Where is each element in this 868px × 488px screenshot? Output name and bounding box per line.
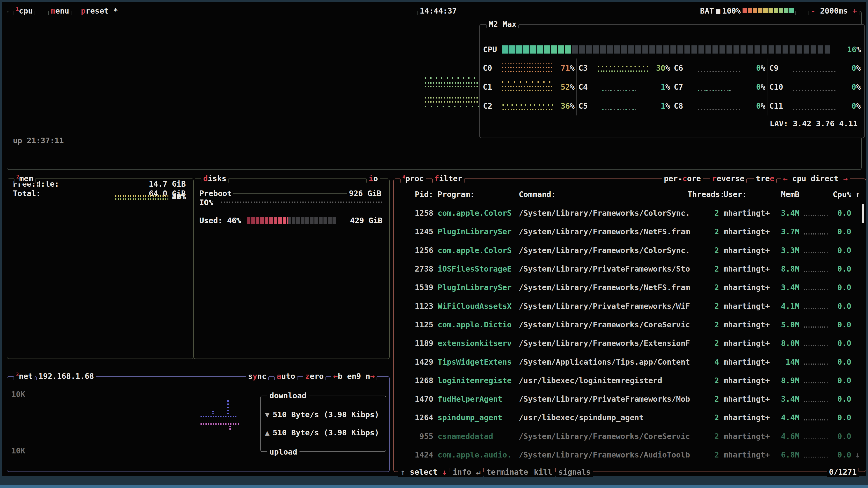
mem-row-percent: 23% — [172, 192, 186, 201]
col-cpu[interactable]: Cpu% — [828, 190, 851, 199]
process-row[interactable]: 1245 PlugInLibrarySer /System/Library/Fr… — [394, 222, 866, 241]
process-row[interactable]: 1256 com.apple.ColorS /System/Library/Fr… — [394, 241, 866, 260]
col-mem[interactable]: MemB — [765, 190, 800, 199]
sort-prev-icon[interactable]: ← — [783, 174, 787, 183]
net-sync-button[interactable]: sync — [246, 371, 269, 381]
signals-button[interactable]: signals — [556, 467, 593, 477]
process-row[interactable]: 1268 loginitemregiste /usr/libexec/login… — [394, 371, 866, 390]
core-usage-graph — [693, 61, 744, 75]
tab-mem[interactable]: 2mem — [14, 173, 35, 184]
process-pid: 1539 — [398, 283, 433, 292]
core-row: C11 0% — [767, 96, 863, 116]
net-interface-switcher[interactable]: ←b en9 n→ — [331, 371, 377, 381]
load-average: LAV: 3.42 3.76 4.11 — [770, 119, 858, 128]
info-button[interactable]: info ↵ — [450, 467, 483, 477]
col-pid[interactable]: Pid: — [398, 190, 433, 199]
process-command: /System/Library/Frameworks/NetFS.fram — [519, 283, 704, 292]
process-row[interactable]: 1123 WiFiCloudAssetsX /System/Library/Pr… — [394, 297, 866, 315]
tab-disks[interactable]: disks — [201, 173, 228, 184]
core-name: C3 — [579, 64, 598, 72]
process-threads: 2 — [688, 320, 719, 329]
tab-net[interactable]: 3net — [13, 371, 35, 381]
process-mem: 14M — [765, 357, 800, 366]
col-threads[interactable]: Threads: — [688, 190, 719, 199]
net-zero-button[interactable]: zero — [303, 371, 326, 381]
scroll-more-icon: ↓ — [855, 450, 864, 459]
battery-label: BAT — [700, 6, 714, 16]
process-program: com.apple.Dictio — [438, 320, 519, 329]
reverse-toggle[interactable]: reverse — [710, 173, 747, 184]
col-program[interactable]: Program: — [438, 190, 519, 199]
core-row: C1 52% — [481, 77, 577, 96]
net-speed-box: download ▼ 510 Byte/s (3.98 Kibps) ▲ 510… — [260, 396, 386, 452]
kill-button[interactable]: kill — [531, 467, 555, 477]
core-row: C3 30% — [577, 59, 672, 77]
process-row[interactable]: 1264 spindump_agent /usr/libexec/spindum… — [394, 408, 866, 427]
core-row: C2 36% — [481, 96, 577, 116]
col-command[interactable]: Command: — [519, 190, 704, 199]
cpu-model-title: M2 Max — [487, 19, 519, 29]
interval-decrease-button[interactable]: - — [811, 6, 815, 15]
disk-used-label: Used: 46% — [199, 216, 241, 225]
tree-toggle[interactable]: tree — [754, 173, 777, 184]
process-row[interactable]: 1429 TipsWidgetExtens /System/Applicatio… — [394, 352, 866, 371]
process-threads: 2 — [688, 413, 719, 422]
process-row[interactable]: 2738 iOSFilesStorageE /System/Library/Pr… — [394, 260, 866, 278]
process-threads: 2 — [688, 264, 719, 273]
interval-control: - 2000ms + — [809, 6, 860, 16]
sort-selector[interactable]: ← cpu direct → — [781, 173, 850, 184]
upload-label: upload — [267, 447, 300, 457]
tab-io[interactable]: io — [366, 173, 380, 184]
prev-interface-icon[interactable]: ← — [333, 372, 338, 381]
process-cpu: 0.0 — [828, 208, 851, 218]
process-row[interactable]: 1125 com.apple.Dictio /System/Library/Fr… — [394, 315, 866, 334]
process-row[interactable]: 1258 com.apple.ColorS /System/Library/Fr… — [394, 204, 866, 222]
process-command: /System/Library/Frameworks/NetFS.fram — [519, 227, 704, 236]
terminate-button[interactable]: terminate — [484, 467, 531, 477]
net-auto-button[interactable]: auto — [274, 371, 298, 381]
process-program: TipsWidgetExtens — [438, 357, 519, 366]
process-mem: 3.4M — [765, 208, 800, 218]
process-cpu: 0.0 — [828, 227, 851, 236]
process-cpu: 0.0 — [828, 394, 851, 403]
core-name: C8 — [674, 101, 693, 110]
menu-button[interactable]: menu — [49, 6, 71, 16]
process-cpu: 0.0 — [828, 264, 851, 273]
process-cpu: 0.0 — [828, 376, 851, 385]
cpu-panel: 1cpu menu preset * 14:44:37 BAT■ 100% - … — [7, 11, 862, 170]
download-speed: ▼ 510 Byte/s (3.98 Kibps) — [265, 410, 379, 419]
process-row[interactable]: 955 csnameddatad /System/Library/Framewo… — [394, 427, 866, 446]
battery-meter — [743, 8, 794, 13]
tab-cpu[interactable]: 1cpu — [13, 6, 35, 16]
process-program: com.apple.ColorS — [438, 246, 519, 255]
process-scrollbar[interactable] — [862, 204, 864, 223]
core-percent: 0% — [744, 101, 765, 110]
core-percent: 0% — [839, 101, 861, 110]
process-row[interactable]: 1539 PlugInLibrarySer /System/Library/Fr… — [394, 278, 866, 297]
disk-io-graph — [221, 201, 382, 203]
process-row[interactable]: 1470 fudHelperAgent /System/Library/Priv… — [394, 390, 866, 408]
process-program: loginitemregiste — [438, 376, 519, 385]
interval-increase-button[interactable]: + — [852, 6, 857, 15]
core-usage-graph — [693, 80, 744, 94]
per-core-toggle[interactable]: per-core — [662, 173, 703, 184]
tab-proc[interactable]: 4proc — [400, 173, 426, 184]
sort-next-icon[interactable]: → — [843, 174, 848, 183]
process-row[interactable]: 1189 extensionkitserv /System/Library/Fr… — [394, 334, 866, 352]
selection-count: 0/1271 — [827, 467, 859, 477]
process-mem-graph — [804, 413, 828, 422]
core-name: C7 — [674, 83, 693, 92]
process-row[interactable]: 1424 com.apple.audio. /System/Library/Fr… — [394, 446, 866, 464]
cpu-total-percent: 16% — [832, 45, 861, 54]
process-pid: 1123 — [398, 302, 433, 311]
core-usage-graph — [789, 61, 839, 75]
process-cpu: 0.0 — [828, 283, 851, 292]
next-interface-icon[interactable]: → — [370, 372, 375, 381]
filter-button[interactable]: filter — [432, 173, 465, 184]
select-control[interactable]: ↑ select ↓ — [398, 467, 450, 477]
process-command: /usr/libexec/loginitemregisterd — [519, 376, 704, 385]
process-mem: 3.4M — [765, 394, 800, 403]
preset-button[interactable]: preset * — [79, 6, 120, 16]
core-percent: 30% — [648, 64, 670, 72]
process-pid: 1258 — [398, 208, 433, 218]
